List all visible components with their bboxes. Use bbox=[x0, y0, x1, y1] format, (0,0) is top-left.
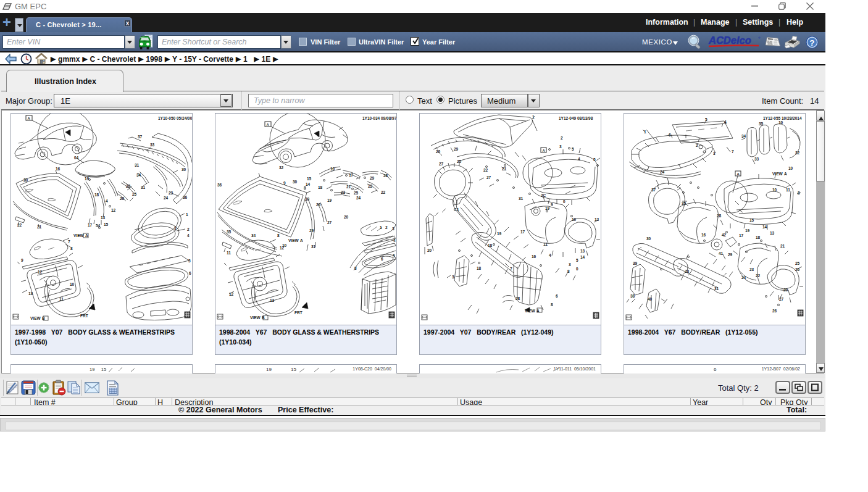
svg-text:0: 0 bbox=[563, 199, 565, 204]
svg-text:9: 9 bbox=[21, 258, 23, 262]
svg-text:2: 2 bbox=[561, 136, 563, 140]
svg-text:27: 27 bbox=[486, 175, 491, 180]
svg-text:15: 15 bbox=[307, 177, 312, 181]
svg-text:3: 3 bbox=[559, 144, 562, 149]
svg-text:18: 18 bbox=[488, 243, 493, 248]
svg-text:11: 11 bbox=[543, 242, 548, 246]
svg-text:14: 14 bbox=[762, 225, 767, 229]
svg-text:13: 13 bbox=[101, 215, 106, 220]
svg-text:35: 35 bbox=[227, 230, 232, 234]
svg-text:41: 41 bbox=[719, 251, 724, 256]
svg-text:34: 34 bbox=[251, 233, 256, 238]
svg-text:27: 27 bbox=[327, 220, 332, 225]
svg-text:25: 25 bbox=[354, 191, 359, 195]
svg-text:39: 39 bbox=[633, 261, 638, 265]
svg-text:VIEW: VIEW bbox=[30, 316, 41, 320]
svg-text:6: 6 bbox=[556, 294, 558, 298]
svg-text:1Y10-050 05/24/00: 1Y10-050 05/24/00 bbox=[158, 116, 192, 120]
svg-text:24: 24 bbox=[356, 196, 361, 200]
svg-text:36: 36 bbox=[217, 183, 222, 187]
svg-text:22: 22 bbox=[381, 190, 386, 194]
svg-text:ACDelco: ACDelco bbox=[708, 35, 751, 46]
svg-text:6: 6 bbox=[669, 133, 671, 137]
svg-text:4: 4 bbox=[106, 199, 108, 203]
svg-text:FRT: FRT bbox=[294, 311, 303, 315]
svg-text:29: 29 bbox=[454, 147, 459, 151]
svg-text:25: 25 bbox=[132, 192, 137, 196]
svg-text:27: 27 bbox=[439, 162, 444, 166]
svg-text:21: 21 bbox=[502, 167, 507, 171]
svg-text:24: 24 bbox=[660, 170, 665, 174]
svg-text:17: 17 bbox=[520, 230, 525, 234]
svg-text:4: 4 bbox=[187, 233, 190, 238]
svg-text:29: 29 bbox=[370, 176, 375, 180]
svg-text:19: 19 bbox=[497, 231, 502, 236]
svg-text:VIEW: VIEW bbox=[250, 315, 261, 320]
svg-text:VIEW: VIEW bbox=[288, 238, 299, 243]
svg-text:25: 25 bbox=[795, 261, 800, 265]
svg-text:12: 12 bbox=[280, 246, 285, 250]
svg-text:19: 19 bbox=[545, 206, 550, 211]
svg-text:1: 1 bbox=[186, 212, 188, 217]
svg-text:A: A bbox=[737, 172, 740, 176]
svg-text:29: 29 bbox=[309, 228, 314, 233]
svg-text:15: 15 bbox=[104, 222, 109, 227]
svg-text:5: 5 bbox=[572, 147, 574, 151]
svg-text:20: 20 bbox=[427, 248, 432, 252]
svg-text:4: 4 bbox=[578, 157, 580, 161]
svg-text:3: 3 bbox=[569, 262, 571, 267]
svg-text:19: 19 bbox=[745, 228, 750, 233]
svg-text:8: 8 bbox=[551, 302, 553, 307]
svg-text:20: 20 bbox=[344, 215, 349, 219]
svg-text:28: 28 bbox=[717, 214, 722, 218]
svg-text:19: 19 bbox=[327, 198, 332, 202]
svg-text:14: 14 bbox=[580, 255, 585, 259]
svg-text:33: 33 bbox=[150, 143, 155, 147]
svg-text:A: A bbox=[267, 123, 270, 127]
svg-text:6: 6 bbox=[381, 257, 383, 261]
svg-text:17: 17 bbox=[739, 233, 744, 238]
svg-text:37: 37 bbox=[138, 135, 143, 139]
svg-text:23: 23 bbox=[749, 267, 754, 272]
svg-text:3: 3 bbox=[452, 275, 454, 279]
svg-text:5: 5 bbox=[576, 258, 578, 262]
svg-text:8: 8 bbox=[304, 186, 306, 190]
svg-text:9: 9 bbox=[551, 202, 553, 207]
svg-text:7: 7 bbox=[732, 149, 734, 154]
svg-text:18: 18 bbox=[94, 193, 99, 197]
svg-text:21: 21 bbox=[780, 244, 785, 248]
svg-text:30: 30 bbox=[293, 180, 298, 184]
svg-text:18: 18 bbox=[318, 185, 323, 190]
svg-text:40: 40 bbox=[648, 297, 653, 301]
svg-text:?: ? bbox=[809, 38, 814, 48]
svg-text:14: 14 bbox=[306, 182, 311, 186]
svg-text:0: 0 bbox=[576, 267, 578, 271]
svg-text:1Y12-049 08/13/98: 1Y12-049 08/13/98 bbox=[559, 116, 593, 120]
svg-text:16: 16 bbox=[532, 254, 536, 259]
svg-text:22: 22 bbox=[756, 273, 761, 278]
svg-text:32: 32 bbox=[279, 165, 284, 170]
svg-text:4: 4 bbox=[549, 253, 551, 257]
svg-text:VIEW: VIEW bbox=[772, 172, 783, 176]
svg-text:42: 42 bbox=[722, 233, 727, 237]
svg-text:16: 16 bbox=[701, 233, 706, 237]
svg-text:31: 31 bbox=[519, 196, 524, 201]
svg-text:31: 31 bbox=[311, 244, 316, 249]
svg-text:B: B bbox=[262, 315, 265, 320]
svg-text:10: 10 bbox=[788, 166, 793, 170]
svg-text:26: 26 bbox=[772, 309, 777, 313]
svg-text:B: B bbox=[42, 316, 45, 320]
svg-text:34: 34 bbox=[741, 134, 746, 138]
svg-text:A: A bbox=[543, 149, 546, 152]
svg-text:2: 2 bbox=[385, 225, 388, 230]
svg-text:24: 24 bbox=[164, 196, 169, 200]
svg-text:27: 27 bbox=[779, 297, 784, 301]
svg-text:30: 30 bbox=[646, 236, 651, 241]
svg-text:33: 33 bbox=[754, 157, 759, 161]
svg-text:2: 2 bbox=[187, 227, 190, 231]
svg-text:1Y12-055 10/28/2014: 1Y12-055 10/28/2014 bbox=[763, 116, 802, 120]
svg-text:17: 17 bbox=[88, 223, 93, 227]
svg-text:8: 8 bbox=[70, 246, 73, 251]
svg-text:12: 12 bbox=[111, 208, 116, 212]
svg-text:A: A bbox=[85, 233, 88, 238]
